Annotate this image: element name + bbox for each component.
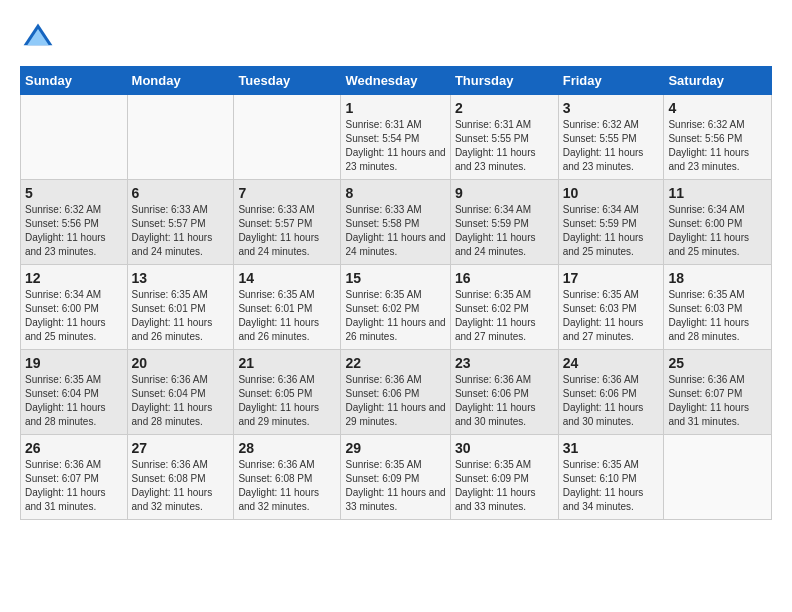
calendar-week-row: 12Sunrise: 6:34 AM Sunset: 6:00 PM Dayli…: [21, 265, 772, 350]
day-number: 4: [668, 100, 767, 116]
day-info: Sunrise: 6:31 AM Sunset: 5:55 PM Dayligh…: [455, 118, 554, 174]
day-info: Sunrise: 6:36 AM Sunset: 6:06 PM Dayligh…: [345, 373, 445, 429]
calendar-table: SundayMondayTuesdayWednesdayThursdayFrid…: [20, 66, 772, 520]
calendar-week-row: 26Sunrise: 6:36 AM Sunset: 6:07 PM Dayli…: [21, 435, 772, 520]
calendar-cell: [664, 435, 772, 520]
calendar-day-header: Friday: [558, 67, 664, 95]
day-info: Sunrise: 6:34 AM Sunset: 6:00 PM Dayligh…: [25, 288, 123, 344]
day-info: Sunrise: 6:35 AM Sunset: 6:02 PM Dayligh…: [345, 288, 445, 344]
day-number: 8: [345, 185, 445, 201]
calendar-cell: 6Sunrise: 6:33 AM Sunset: 5:57 PM Daylig…: [127, 180, 234, 265]
calendar-cell: 7Sunrise: 6:33 AM Sunset: 5:57 PM Daylig…: [234, 180, 341, 265]
calendar-cell: 22Sunrise: 6:36 AM Sunset: 6:06 PM Dayli…: [341, 350, 450, 435]
calendar-cell: 25Sunrise: 6:36 AM Sunset: 6:07 PM Dayli…: [664, 350, 772, 435]
day-info: Sunrise: 6:36 AM Sunset: 6:07 PM Dayligh…: [25, 458, 123, 514]
calendar-day-header: Tuesday: [234, 67, 341, 95]
day-number: 22: [345, 355, 445, 371]
day-info: Sunrise: 6:35 AM Sunset: 6:09 PM Dayligh…: [455, 458, 554, 514]
day-number: 26: [25, 440, 123, 456]
page-header: [20, 20, 772, 56]
calendar-day-header: Monday: [127, 67, 234, 95]
calendar-cell: 30Sunrise: 6:35 AM Sunset: 6:09 PM Dayli…: [450, 435, 558, 520]
calendar-cell: 27Sunrise: 6:36 AM Sunset: 6:08 PM Dayli…: [127, 435, 234, 520]
day-info: Sunrise: 6:32 AM Sunset: 5:55 PM Dayligh…: [563, 118, 660, 174]
calendar-day-header: Thursday: [450, 67, 558, 95]
calendar-cell: 5Sunrise: 6:32 AM Sunset: 5:56 PM Daylig…: [21, 180, 128, 265]
calendar-cell: [234, 95, 341, 180]
calendar-cell: 23Sunrise: 6:36 AM Sunset: 6:06 PM Dayli…: [450, 350, 558, 435]
day-number: 2: [455, 100, 554, 116]
day-number: 20: [132, 355, 230, 371]
day-number: 11: [668, 185, 767, 201]
day-number: 25: [668, 355, 767, 371]
day-info: Sunrise: 6:35 AM Sunset: 6:02 PM Dayligh…: [455, 288, 554, 344]
day-number: 15: [345, 270, 445, 286]
calendar-cell: 19Sunrise: 6:35 AM Sunset: 6:04 PM Dayli…: [21, 350, 128, 435]
day-number: 30: [455, 440, 554, 456]
day-info: Sunrise: 6:35 AM Sunset: 6:04 PM Dayligh…: [25, 373, 123, 429]
calendar-header-row: SundayMondayTuesdayWednesdayThursdayFrid…: [21, 67, 772, 95]
day-info: Sunrise: 6:36 AM Sunset: 6:08 PM Dayligh…: [238, 458, 336, 514]
calendar-cell: 16Sunrise: 6:35 AM Sunset: 6:02 PM Dayli…: [450, 265, 558, 350]
day-number: 9: [455, 185, 554, 201]
calendar-cell: 10Sunrise: 6:34 AM Sunset: 5:59 PM Dayli…: [558, 180, 664, 265]
calendar-cell: 13Sunrise: 6:35 AM Sunset: 6:01 PM Dayli…: [127, 265, 234, 350]
day-number: 24: [563, 355, 660, 371]
day-number: 3: [563, 100, 660, 116]
day-number: 31: [563, 440, 660, 456]
day-info: Sunrise: 6:35 AM Sunset: 6:01 PM Dayligh…: [132, 288, 230, 344]
day-info: Sunrise: 6:35 AM Sunset: 6:03 PM Dayligh…: [563, 288, 660, 344]
day-info: Sunrise: 6:36 AM Sunset: 6:07 PM Dayligh…: [668, 373, 767, 429]
calendar-cell: 2Sunrise: 6:31 AM Sunset: 5:55 PM Daylig…: [450, 95, 558, 180]
calendar-cell: 28Sunrise: 6:36 AM Sunset: 6:08 PM Dayli…: [234, 435, 341, 520]
day-number: 18: [668, 270, 767, 286]
calendar-cell: 11Sunrise: 6:34 AM Sunset: 6:00 PM Dayli…: [664, 180, 772, 265]
calendar-cell: [127, 95, 234, 180]
day-info: Sunrise: 6:35 AM Sunset: 6:10 PM Dayligh…: [563, 458, 660, 514]
calendar-week-row: 1Sunrise: 6:31 AM Sunset: 5:54 PM Daylig…: [21, 95, 772, 180]
day-info: Sunrise: 6:32 AM Sunset: 5:56 PM Dayligh…: [25, 203, 123, 259]
calendar-cell: 15Sunrise: 6:35 AM Sunset: 6:02 PM Dayli…: [341, 265, 450, 350]
day-number: 5: [25, 185, 123, 201]
day-info: Sunrise: 6:36 AM Sunset: 6:06 PM Dayligh…: [563, 373, 660, 429]
calendar-cell: 31Sunrise: 6:35 AM Sunset: 6:10 PM Dayli…: [558, 435, 664, 520]
day-number: 23: [455, 355, 554, 371]
calendar-cell: [21, 95, 128, 180]
calendar-cell: 1Sunrise: 6:31 AM Sunset: 5:54 PM Daylig…: [341, 95, 450, 180]
calendar-week-row: 5Sunrise: 6:32 AM Sunset: 5:56 PM Daylig…: [21, 180, 772, 265]
calendar-cell: 20Sunrise: 6:36 AM Sunset: 6:04 PM Dayli…: [127, 350, 234, 435]
calendar-week-row: 19Sunrise: 6:35 AM Sunset: 6:04 PM Dayli…: [21, 350, 772, 435]
day-info: Sunrise: 6:32 AM Sunset: 5:56 PM Dayligh…: [668, 118, 767, 174]
day-info: Sunrise: 6:35 AM Sunset: 6:03 PM Dayligh…: [668, 288, 767, 344]
calendar-cell: 14Sunrise: 6:35 AM Sunset: 6:01 PM Dayli…: [234, 265, 341, 350]
day-number: 14: [238, 270, 336, 286]
calendar-cell: 26Sunrise: 6:36 AM Sunset: 6:07 PM Dayli…: [21, 435, 128, 520]
calendar-day-header: Saturday: [664, 67, 772, 95]
day-number: 17: [563, 270, 660, 286]
day-info: Sunrise: 6:31 AM Sunset: 5:54 PM Dayligh…: [345, 118, 445, 174]
calendar-cell: 17Sunrise: 6:35 AM Sunset: 6:03 PM Dayli…: [558, 265, 664, 350]
day-info: Sunrise: 6:34 AM Sunset: 5:59 PM Dayligh…: [563, 203, 660, 259]
calendar-cell: 18Sunrise: 6:35 AM Sunset: 6:03 PM Dayli…: [664, 265, 772, 350]
day-number: 1: [345, 100, 445, 116]
day-info: Sunrise: 6:36 AM Sunset: 6:06 PM Dayligh…: [455, 373, 554, 429]
day-info: Sunrise: 6:35 AM Sunset: 6:09 PM Dayligh…: [345, 458, 445, 514]
day-info: Sunrise: 6:35 AM Sunset: 6:01 PM Dayligh…: [238, 288, 336, 344]
calendar-cell: 3Sunrise: 6:32 AM Sunset: 5:55 PM Daylig…: [558, 95, 664, 180]
calendar-cell: 8Sunrise: 6:33 AM Sunset: 5:58 PM Daylig…: [341, 180, 450, 265]
calendar-cell: 29Sunrise: 6:35 AM Sunset: 6:09 PM Dayli…: [341, 435, 450, 520]
calendar-cell: 24Sunrise: 6:36 AM Sunset: 6:06 PM Dayli…: [558, 350, 664, 435]
day-info: Sunrise: 6:33 AM Sunset: 5:57 PM Dayligh…: [238, 203, 336, 259]
day-number: 28: [238, 440, 336, 456]
day-info: Sunrise: 6:36 AM Sunset: 6:08 PM Dayligh…: [132, 458, 230, 514]
calendar-day-header: Wednesday: [341, 67, 450, 95]
day-number: 21: [238, 355, 336, 371]
day-info: Sunrise: 6:33 AM Sunset: 5:57 PM Dayligh…: [132, 203, 230, 259]
day-info: Sunrise: 6:34 AM Sunset: 5:59 PM Dayligh…: [455, 203, 554, 259]
calendar-cell: 21Sunrise: 6:36 AM Sunset: 6:05 PM Dayli…: [234, 350, 341, 435]
day-number: 29: [345, 440, 445, 456]
day-number: 13: [132, 270, 230, 286]
day-number: 27: [132, 440, 230, 456]
day-number: 16: [455, 270, 554, 286]
day-info: Sunrise: 6:36 AM Sunset: 6:04 PM Dayligh…: [132, 373, 230, 429]
